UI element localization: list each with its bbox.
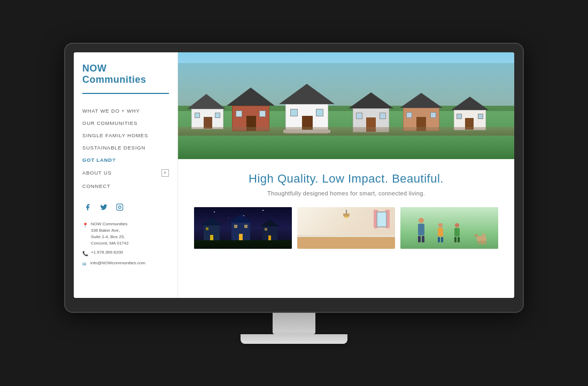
address-row: 📍 NOW Communities 336 Baker Ave, Suite 2… [82, 221, 169, 247]
expand-icon: + [161, 169, 169, 177]
thumbnail-family[interactable] [400, 207, 498, 249]
nav-item-what-we-do[interactable]: WHAT WE DO + WHY [82, 105, 169, 117]
contact-info: 📍 NOW Communities 336 Baker Ave, Suite 2… [82, 221, 169, 271]
main-subheadline: Thoughtfully designed homes for smart, c… [194, 190, 498, 196]
email-text[interactable]: info@NOWcommunities.com [90, 260, 145, 266]
nav-menu: WHAT WE DO + WHY OUR COMMUNITIES SINGLE … [82, 105, 169, 192]
phone-text[interactable]: +1.978.369.6200 [91, 249, 123, 256]
twitter-icon[interactable] [98, 202, 109, 212]
content-section: High Quality. Low Impact. Beautiful. Tho… [178, 159, 514, 298]
monitor-stand-base [241, 334, 347, 344]
house-2 [232, 88, 280, 131]
sidebar: NOW Communities WHAT WE DO + WHY OUR COM… [74, 52, 178, 298]
main-headline: High Quality. Low Impact. Beautiful. [194, 172, 498, 186]
nav-item-got-land[interactable]: GOT LAND? [82, 154, 169, 166]
address-text: NOW Communities 336 Baker Ave, Suite 2-4… [91, 221, 129, 247]
nav-item-our-communities[interactable]: OUR COMMUNITIES [82, 117, 169, 129]
logo-area: NOW Communities [82, 63, 169, 94]
email-row: ✉ info@NOWcommunities.com [82, 260, 169, 268]
house-4 [353, 92, 398, 132]
monitor-stand-neck [273, 313, 315, 334]
foreground [178, 136, 514, 159]
nav-item-about-us[interactable]: ABOUT US + [82, 166, 169, 180]
thumbnail-night[interactable] [194, 207, 292, 249]
hero-image [178, 52, 514, 159]
house-6 [454, 97, 491, 130]
svg-point-1 [119, 206, 121, 208]
monitor-screen: NOW Communities WHAT WE DO + WHY OUR COM… [74, 52, 514, 298]
monitor-bezel: NOW Communities WHAT WE DO + WHY OUR COM… [64, 43, 524, 313]
nav-item-single-family[interactable]: SINGLE FAMILY HOMES [82, 129, 169, 141]
instagram-icon[interactable] [114, 202, 125, 212]
phone-icon: 📞 [82, 250, 88, 257]
site-logo[interactable]: NOW Communities [82, 63, 169, 85]
location-icon: 📍 [82, 222, 88, 229]
nav-item-connect[interactable]: CONNECT [82, 180, 169, 192]
svg-rect-0 [117, 204, 123, 210]
monitor: NOW Communities WHAT WE DO + WHY OUR COM… [64, 43, 524, 344]
email-icon: ✉ [82, 261, 88, 268]
nav-item-sustainable[interactable]: SUSTAINABLE DESIGN [82, 141, 169, 154]
main-content: High Quality. Low Impact. Beautiful. Tho… [178, 52, 514, 298]
house-3 [285, 84, 341, 133]
thumbnail-interior[interactable] [297, 207, 395, 249]
phone-row: 📞 +1.978.369.6200 [82, 249, 169, 257]
facebook-icon[interactable] [82, 202, 93, 212]
house-5 [403, 93, 446, 131]
thumbnail-row [194, 207, 498, 249]
house-1 [191, 94, 230, 129]
social-icons [82, 202, 169, 212]
